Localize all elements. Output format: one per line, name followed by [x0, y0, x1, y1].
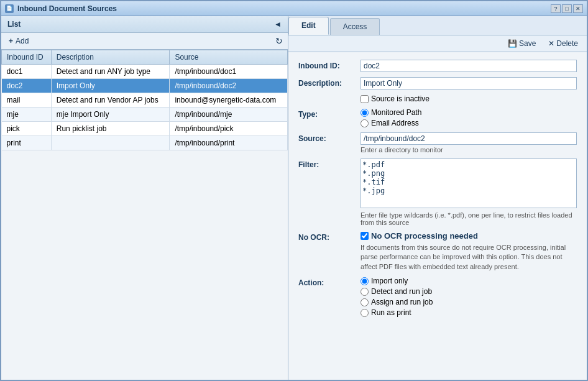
type-monitored-label: Monitored Path: [371, 108, 421, 117]
source-input[interactable]: [361, 132, 577, 145]
cell-id: doc1: [2, 65, 52, 79]
description-field: [361, 77, 577, 90]
source-label: Source:: [298, 132, 361, 143]
edit-toolbar: 💾 Save ✕ Delete: [288, 35, 587, 52]
help-button[interactable]: ?: [551, 4, 561, 13]
inbound-table: Inbound ID Description Source doc1Detect…: [1, 50, 288, 150]
source-row: Source: Enter a directory to monitor: [298, 132, 577, 154]
type-email-label: Email Address: [371, 119, 419, 127]
cell-id: print: [2, 136, 52, 150]
no-ocr-description: If documents from this source do not req…: [361, 243, 572, 272]
type-field: Monitored Path Email Address: [361, 108, 577, 127]
description-input[interactable]: [361, 77, 577, 90]
action-detect-label: Detect and run job: [371, 287, 432, 296]
list-header: List ◄: [1, 16, 288, 33]
app-icon: 📄: [5, 4, 14, 13]
tab-access[interactable]: Access: [330, 18, 380, 35]
cell-source: /tmp/inbound/pick: [170, 122, 288, 136]
cell-desc: mje Import Only: [51, 108, 170, 122]
cell-desc: Detect and run ANY job type: [51, 65, 170, 79]
refresh-button[interactable]: ↻: [275, 36, 283, 46]
col-header-id: Inbound ID: [2, 50, 52, 65]
tab-edit[interactable]: Edit: [288, 17, 329, 35]
action-assign-label: Assign and run job: [371, 298, 433, 306]
filter-help-text: Enter file type wildcards (i.e. *.pdf), …: [361, 211, 577, 226]
inactive-checkbox[interactable]: [361, 95, 369, 103]
title-bar-left: 📄 Inbound Document Sources: [5, 4, 117, 13]
inactive-label: Source is inactive: [371, 94, 430, 103]
type-email-radio[interactable]: [361, 119, 369, 127]
plus-icon: +: [9, 37, 13, 45]
action-label: Action:: [298, 277, 361, 287]
title-bar-controls: ? □ ✕: [551, 4, 583, 13]
type-monitored-path: Monitored Path: [361, 108, 577, 117]
cell-source: /tmp/inbound/doc1: [170, 65, 288, 79]
no-ocr-checkbox[interactable]: [361, 232, 369, 240]
action-import-radio[interactable]: [361, 277, 369, 285]
type-row: Type: Monitored Path Email Address: [298, 108, 577, 127]
table-row[interactable]: pickRun picklist job/tmp/inbound/pick: [2, 122, 288, 136]
save-button[interactable]: 💾 Save: [504, 38, 540, 49]
cell-desc: [51, 136, 170, 150]
delete-label: Delete: [556, 39, 578, 48]
add-label: Add: [16, 37, 29, 45]
filter-field: *.pdf *.png *.tif *.jpg Enter file type …: [361, 158, 577, 226]
filter-textarea[interactable]: *.pdf *.png *.tif *.jpg: [361, 158, 577, 208]
main-window: 📄 Inbound Document Sources ? □ ✕ List ◄ …: [0, 0, 588, 381]
list-label: List: [7, 20, 21, 29]
cell-id: doc2: [2, 79, 52, 93]
tabs: Edit Access: [288, 16, 587, 35]
window-title: Inbound Document Sources: [17, 4, 117, 13]
table-row[interactable]: print/tmp/inbound/print: [2, 136, 288, 150]
inbound-id-label: Inbound ID:: [298, 60, 361, 70]
action-assign-run: Assign and run job: [361, 298, 577, 306]
action-run-print: Run as print: [361, 308, 577, 317]
cell-id: mje: [2, 108, 52, 122]
cell-source: /tmp/inbound/mje: [170, 108, 288, 122]
table-row[interactable]: doc2Import Only/tmp/inbound/doc2: [2, 79, 288, 93]
action-detect-run: Detect and run job: [361, 287, 577, 296]
no-ocr-label: No OCR:: [298, 231, 361, 242]
col-header-source: Source: [170, 50, 288, 65]
collapse-icon[interactable]: ◄: [274, 20, 282, 29]
action-detect-radio[interactable]: [361, 288, 369, 296]
no-ocr-row: No OCR: No OCR processing needed If docu…: [298, 231, 577, 272]
left-panel: List ◄ + Add ↻ Inbound ID Description So…: [1, 16, 288, 380]
table-row[interactable]: mjemje Import Only/tmp/inbound/mje: [2, 108, 288, 122]
action-import-only: Import only: [361, 277, 577, 285]
cell-source: /tmp/inbound/doc2: [170, 79, 288, 93]
source-field: Enter a directory to monitor: [361, 132, 577, 154]
cell-id: pick: [2, 122, 52, 136]
close-button[interactable]: ✕: [573, 4, 583, 13]
title-bar: 📄 Inbound Document Sources ? □ ✕: [1, 1, 587, 16]
table-row[interactable]: doc1Detect and run ANY job type/tmp/inbo…: [2, 65, 288, 79]
filter-label: Filter:: [298, 158, 361, 169]
save-icon: 💾: [508, 39, 517, 48]
inbound-id-input[interactable]: [361, 60, 577, 72]
description-row: Description:: [298, 77, 577, 90]
filter-row: Filter: *.pdf *.png *.tif *.jpg Enter fi…: [298, 158, 577, 226]
right-panel: Edit Access 💾 Save ✕ Delete Inbound ID:: [288, 16, 587, 380]
cell-desc: Detect and run Vendor AP jobs: [51, 93, 170, 108]
cell-source: /tmp/inbound/print: [170, 136, 288, 150]
inbound-id-field: [361, 60, 577, 72]
table-row[interactable]: mailDetect and run Vendor AP jobsinbound…: [2, 93, 288, 108]
table-header-row: Inbound ID Description Source: [2, 50, 288, 65]
action-row: Action: Import only Detect and run job: [298, 277, 577, 317]
action-print-radio[interactable]: [361, 309, 369, 317]
delete-button[interactable]: ✕ Delete: [544, 38, 582, 49]
action-field: Import only Detect and run job Assign an…: [361, 277, 577, 317]
inactive-checkbox-row: Source is inactive: [361, 94, 577, 103]
main-content: List ◄ + Add ↻ Inbound ID Description So…: [1, 16, 587, 380]
minimize-button[interactable]: □: [562, 4, 572, 13]
action-assign-radio[interactable]: [361, 298, 369, 306]
col-header-desc: Description: [51, 50, 170, 65]
add-button[interactable]: + Add: [6, 35, 31, 47]
list-toolbar: + Add ↻: [1, 33, 288, 50]
no-ocr-checkbox-label: No OCR processing needed: [371, 231, 478, 241]
description-label: Description:: [298, 77, 361, 88]
action-print-label: Run as print: [371, 308, 411, 317]
cell-desc: Import Only: [51, 79, 170, 93]
type-monitored-radio[interactable]: [361, 109, 369, 117]
type-label: Type:: [298, 108, 361, 119]
